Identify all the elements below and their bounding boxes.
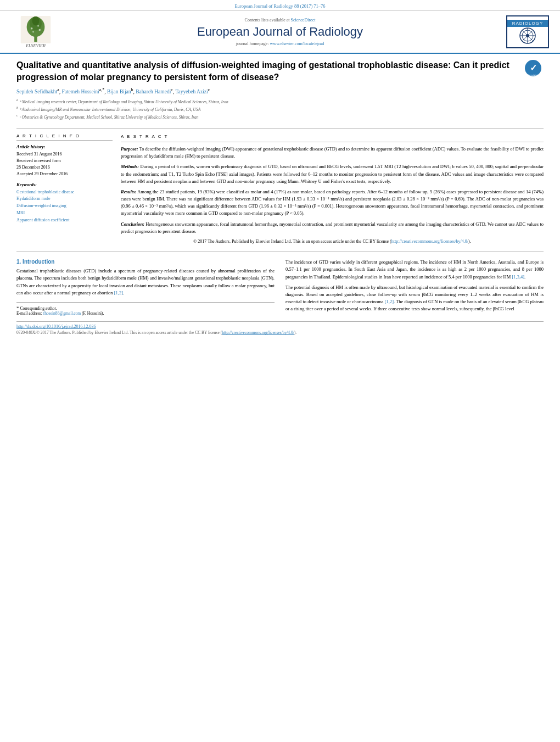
radiology-logo-area: RADIOLOGY: [500, 15, 549, 48]
article-history: Article history: Received 31 August 2016…: [16, 144, 113, 177]
svg-point-4: [32, 16, 40, 25]
introduction-heading: 1. Introduction: [16, 259, 275, 265]
svg-point-6: [38, 29, 41, 31]
conclusion-label: Conclusion:: [121, 221, 144, 227]
abstract-label: A B S T R A C T: [121, 133, 544, 142]
svg-text:✓: ✓: [530, 63, 537, 72]
journal-center-info: Contents lists available at ScienceDirec…: [60, 18, 500, 46]
revised-label: Received in revised form: [16, 158, 113, 164]
journal-citation: European Journal of Radiology 88 (2017) …: [234, 3, 325, 9]
doi-link[interactable]: http://dx.doi.org/10.1016/j.ejrad.2016.1…: [16, 324, 544, 329]
svg-point-8: [37, 25, 39, 26]
issn-text: 0720-048X/© 2017 The Authors. Published …: [16, 330, 222, 335]
body-left-column: 1. Introduction Gestational trophoblasti…: [16, 259, 275, 316]
keyword-2: Hydatidiform mole: [16, 196, 113, 203]
cc-license-link[interactable]: http://creativecommons.org/licenses/by/4…: [391, 239, 468, 244]
copyright-notice: © 2017 The Authors. Published by Elsevie…: [121, 238, 544, 245]
corresponding-label: Corresponding author.: [20, 306, 57, 311]
crossmark: ✓ CrossMark: [524, 59, 544, 78]
ref-1-3-4: [1,3,4]: [512, 274, 524, 280]
elsevier-tree-icon: [19, 16, 52, 43]
methods-text: During a period of 6 months, women with …: [121, 164, 544, 183]
methods-label: Methods:: [121, 164, 139, 169]
affiliation-c: c ᶜ Obstetrics & Gynecology Department, …: [16, 113, 519, 120]
abstract-column: A B S T R A C T Purpose: To describe the…: [121, 133, 544, 246]
body-right-column: The incidence of GTD varies widely in di…: [285, 259, 544, 316]
sciencedirect-line: Contents lists available at ScienceDirec…: [60, 18, 500, 23]
ref-1-2-b: [1,2]: [385, 299, 394, 304]
keyword-1: Gestational trophoblastic disease: [16, 189, 113, 196]
article-info-column: A R T I C L E I N F O Article history: R…: [16, 133, 113, 246]
purpose-label: Purpose:: [121, 146, 138, 152]
body-content-right: The incidence of GTD varies widely in di…: [285, 259, 544, 313]
keyword-5: Apparent diffusion coefficient: [16, 217, 113, 224]
crossmark-icon: ✓ CrossMark: [524, 59, 542, 77]
keywords-title: Keywords:: [16, 182, 113, 187]
abstract-section: A B S T R A C T Purpose: To describe the…: [121, 133, 544, 246]
keywords-section: Keywords: Gestational trophoblastic dise…: [16, 182, 113, 224]
keyword-4: MRI: [16, 210, 113, 217]
license-link[interactable]: http://creativecommons.org/licenses/by/4…: [222, 330, 294, 335]
radiology-emblem-icon: [516, 27, 540, 44]
homepage-link[interactable]: www.elsevier.com/locate/ejrad: [270, 41, 324, 46]
footnote-star: * Corresponding author.: [16, 305, 275, 311]
received-date: Received 31 August 2016: [16, 151, 113, 158]
title-section: Qualitative and quantitative analysis of…: [16, 59, 544, 123]
abstract-conclusion: Conclusion: Heterogeneous snowstorm appe…: [121, 221, 544, 235]
abstract-results: Results: Among the 23 studied patients, …: [121, 188, 544, 217]
keyword-3: Diffusion-weighted imaging: [16, 203, 113, 210]
intro-para-3: The potential diagnosis of HM is often m…: [285, 284, 544, 313]
results-text: Among the 23 studied patients, 19 (83%) …: [121, 189, 544, 216]
elsevier-logo: ELSEVIER: [11, 16, 60, 48]
svg-point-7: [32, 31, 34, 32]
revised-date: 28 December 2016: [16, 164, 113, 171]
svg-text:CrossMark: CrossMark: [528, 74, 538, 76]
license-end: ).: [294, 330, 296, 335]
body-section: 1. Introduction Gestational trophoblasti…: [16, 259, 544, 316]
body-content-left: Gestational trophoblastic diseases (GTD)…: [16, 267, 275, 297]
email-label: E-mail address:: [16, 311, 42, 316]
two-column-layout: A R T I C L E I N F O Article history: R…: [16, 129, 544, 246]
journal-title: European Journal of Radiology: [60, 25, 500, 39]
footnote-email-line: E-mail address: fhosein88@gmail.com (F. …: [16, 311, 275, 316]
footnote-author-note: (F. Hosseini).: [82, 311, 104, 316]
affiliation-a: a ᵃ Medical imaging research center, Dep…: [16, 97, 519, 105]
svg-point-5: [31, 27, 33, 29]
accepted-date: Accepted 29 December 2016: [16, 171, 113, 177]
authors: Sepideh Sefidbakhta, Fatemeh Hosseinia,*…: [16, 87, 519, 94]
author-azizi: Tayyebeh Azizi: [175, 89, 208, 94]
journal-header: ELSEVIER Contents lists available at Sci…: [0, 11, 560, 54]
section-divider: [16, 252, 544, 252]
affiliations: a ᵃ Medical imaging research center, Dep…: [16, 97, 519, 120]
abstract-methods: Methods: During a period of 6 months, wo…: [121, 163, 544, 185]
results-label: Results:: [121, 189, 136, 194]
purpose-text: To describe the diffusion-weighted imagi…: [121, 146, 544, 159]
homepage-line: journal homepage: www.elsevier.com/locat…: [60, 41, 500, 46]
title-text-area: Qualitative and quantitative analysis of…: [16, 59, 519, 120]
article-info: A R T I C L E I N F O Article history: R…: [16, 133, 113, 177]
elsevier-logo-area: ELSEVIER: [11, 16, 60, 48]
footnote-section: * Corresponding author. E-mail address: …: [16, 302, 275, 316]
bottom-links: http://dx.doi.org/10.1016/j.ejrad.2016.1…: [16, 321, 544, 335]
intro-para-2: The incidence of GTD varies widely in di…: [285, 259, 544, 281]
top-header: European Journal of Radiology 88 (2017) …: [0, 0, 560, 11]
author-hosseini: Fatemeh Hosseini: [61, 89, 99, 94]
conclusion-text: Heterogeneous snowstorm appearance, foca…: [121, 221, 544, 234]
affiliation-b: b ᵇ Abdominal Imaging/MR and Nonvascular…: [16, 105, 519, 113]
abstract-purpose: Purpose: To describe the diffusion-weigh…: [121, 146, 544, 160]
history-title: Article history:: [16, 144, 113, 149]
author-sefidbakht: Sepideh Sefidbakht: [16, 89, 57, 94]
author-hamedi: Bahareh Hamedi: [136, 89, 171, 94]
intro-para-1: Gestational trophoblastic diseases (GTD)…: [16, 267, 275, 297]
characterized-text: characterized: [36, 283, 61, 288]
author-bijan: Bijan Bijan: [107, 89, 131, 94]
ref-1-2: [1,2]: [114, 290, 123, 295]
sciencedirect-link[interactable]: ScienceDirect: [291, 18, 316, 23]
article-title: Qualitative and quantitative analysis of…: [16, 59, 519, 83]
radiology-label: RADIOLOGY: [507, 20, 548, 27]
article-main: Qualitative and quantitative analysis of…: [0, 54, 560, 341]
article-info-label: A R T I C L E I N F O: [16, 133, 113, 141]
elsevier-wordmark: ELSEVIER: [26, 43, 46, 48]
radiology-box: RADIOLOGY: [506, 15, 549, 48]
footnote-email[interactable]: fhosein88@gmail.com: [43, 311, 81, 316]
